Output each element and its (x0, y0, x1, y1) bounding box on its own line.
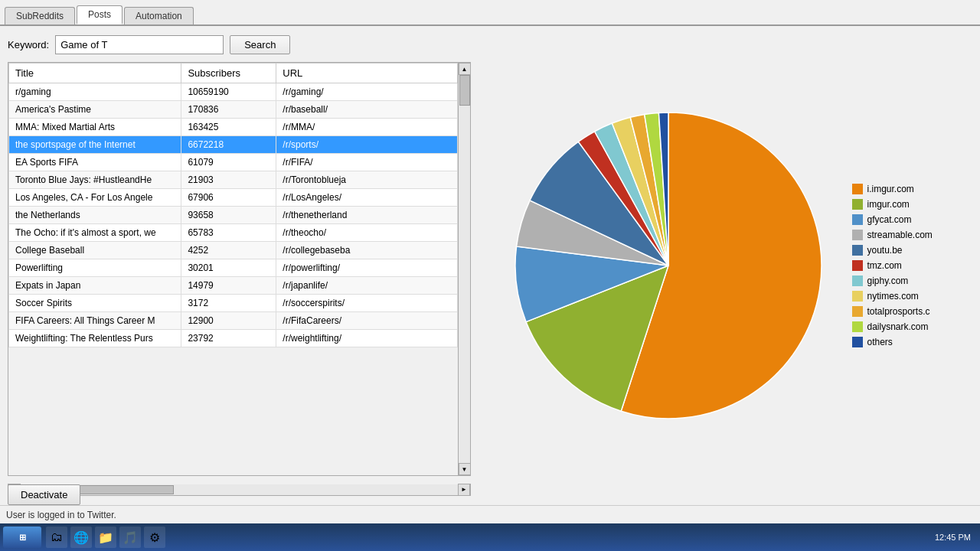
taskbar-icons: 🗂 🌐 📁 🎵 ⚙ (46, 527, 165, 548)
taskbar-right: 12:45 PM (935, 533, 977, 542)
pie-svg (500, 97, 837, 434)
table-row[interactable]: Los Angeles, CA - For Los Angele 67906 /… (9, 189, 458, 207)
table-row[interactable]: the Netherlands 93658 /r/thenetherland (9, 207, 458, 224)
scroll-down-arrow[interactable]: ▼ (459, 463, 471, 475)
deactivate-button[interactable]: Deactivate (8, 484, 80, 505)
cell-subscribers: 163425 (181, 119, 276, 136)
cell-url: /r/collegebaseba (276, 242, 458, 259)
table-row[interactable]: Expats in Japan 14979 /r/japanlife/ (9, 277, 458, 295)
table-row[interactable]: FIFA Careers: All Things Career M 12900 … (9, 312, 458, 330)
cell-url: /r/LosAngeles/ (276, 189, 458, 207)
tab-bar: SubReddits Posts Automation (0, 0, 980, 26)
cell-subscribers: 65783 (181, 224, 276, 242)
cell-subscribers: 170836 (181, 101, 276, 119)
table-row[interactable]: the sportspage of the Internet 6672218 /… (9, 136, 458, 154)
cell-title: r/gaming (9, 83, 181, 101)
hscroll-track[interactable] (21, 484, 458, 495)
table-scroll: Title Subscribers URL r/gaming 10659190 … (8, 63, 458, 475)
table-row[interactable]: College Baseball 4252 /r/collegebaseba (9, 242, 458, 259)
legend-color-swatch (852, 276, 863, 286)
cell-subscribers: 10659190 (181, 83, 276, 101)
keyword-input[interactable] (55, 35, 224, 54)
taskbar-icon-explorer[interactable]: 🗂 (46, 527, 67, 548)
cell-url: /r/powerlifting/ (276, 259, 458, 277)
cell-title: MMA: Mixed Martial Arts (9, 119, 181, 136)
cell-title: College Baseball (9, 242, 181, 259)
cell-title: the sportspage of the Internet (9, 136, 181, 154)
tab-subreddits[interactable]: SubReddits (5, 7, 75, 24)
keyword-row: Keyword: Search (8, 35, 471, 54)
table-row[interactable]: Weightlifting: The Relentless Purs 23792… (9, 330, 458, 347)
cell-subscribers: 21903 (181, 171, 276, 189)
table-row[interactable]: America's Pastime 170836 /r/baseball/ (9, 101, 458, 119)
legend-label: streamable.com (867, 230, 933, 240)
cell-url: /r/baseball/ (276, 101, 458, 119)
table-row[interactable]: Soccer Spirits 3172 /r/soccerspirits/ (9, 295, 458, 312)
cell-url: /r/japanlife/ (276, 277, 458, 295)
cell-subscribers: 61079 (181, 154, 276, 171)
status-text: User is logged in to Twitter. (6, 510, 116, 520)
legend-label: tmz.com (867, 260, 902, 271)
cell-subscribers: 6672218 (181, 136, 276, 154)
status-bar: User is logged in to Twitter. (0, 505, 980, 523)
cell-url: /r/theocho/ (276, 224, 458, 242)
table-row[interactable]: Powerlifting 30201 /r/powerlifting/ (9, 259, 458, 277)
taskbar-icon-music[interactable]: 🎵 (119, 527, 141, 548)
legend-color-swatch (852, 245, 863, 256)
taskbar-icon-folder[interactable]: 📁 (95, 527, 116, 548)
cell-url: /r/sports/ (276, 136, 458, 154)
cell-url: /r/weightlifting/ (276, 330, 458, 347)
legend-item: dailysnark.com (852, 321, 952, 332)
left-panel: Keyword: Search Title Subscribers URL (8, 35, 471, 496)
start-button[interactable]: ⊞ (3, 527, 41, 548)
legend-label: nytimes.com (867, 291, 919, 302)
tab-automation[interactable]: Automation (124, 7, 194, 24)
cell-title: the Netherlands (9, 207, 181, 224)
col-header-url: URL (276, 64, 458, 83)
scroll-up-arrow[interactable]: ▲ (459, 63, 471, 75)
legend-label: i.imgur.com (867, 184, 914, 194)
scroll-track[interactable] (459, 75, 470, 463)
cell-url: /r/thenetherland (276, 207, 458, 224)
legend-label: giphy.com (867, 276, 909, 286)
hscroll-right-arrow[interactable]: ► (458, 484, 470, 496)
legend-color-swatch (852, 291, 863, 302)
table-row[interactable]: Toronto Blue Jays: #HustleandHe 21903 /r… (9, 171, 458, 189)
legend-label: dailysnark.com (867, 321, 929, 332)
cell-title: Powerlifting (9, 259, 181, 277)
legend-color-swatch (852, 306, 863, 317)
main-content: Keyword: Search Title Subscribers URL (0, 26, 980, 505)
cell-title: Toronto Blue Jays: #HustleandHe (9, 171, 181, 189)
legend-color-swatch (852, 321, 863, 332)
cell-url: /r/soccerspirits/ (276, 295, 458, 312)
legend-label: others (867, 337, 893, 347)
search-button[interactable]: Search (230, 35, 290, 54)
cell-title: Expats in Japan (9, 277, 181, 295)
table-row[interactable]: The Ocho: if it's almost a sport, we 657… (9, 224, 458, 242)
legend-item: youtu.be (852, 245, 952, 256)
legend-color-swatch (852, 214, 863, 225)
legend-item: streamable.com (852, 230, 952, 240)
table-row[interactable]: r/gaming 10659190 /r/gaming/ (9, 83, 458, 101)
vertical-scrollbar[interactable]: ▲ ▼ (458, 63, 470, 475)
table-container: Title Subscribers URL r/gaming 10659190 … (8, 62, 471, 476)
tab-posts[interactable]: Posts (77, 5, 122, 24)
table-row[interactable]: EA Sports FIFA 61079 /r/FIFA/ (9, 154, 458, 171)
table-row[interactable]: MMA: Mixed Martial Arts 163425 /r/MMA/ (9, 119, 458, 136)
keyword-label: Keyword: (8, 39, 49, 51)
legend-label: imgur.com (867, 199, 910, 210)
cell-subscribers: 14979 (181, 277, 276, 295)
bottom-bar: Deactivate (8, 484, 80, 505)
taskbar-icon-browser[interactable]: 🌐 (70, 527, 92, 548)
cell-url: /r/Torontoblueja (276, 171, 458, 189)
legend-item: others (852, 337, 952, 347)
cell-title: Soccer Spirits (9, 295, 181, 312)
legend-label: totalprosports.c (867, 306, 930, 317)
cell-subscribers: 30201 (181, 259, 276, 277)
taskbar-icon-settings[interactable]: ⚙ (144, 527, 165, 548)
taskbar-time: 12:45 PM (935, 533, 971, 542)
cell-url: /r/gaming/ (276, 83, 458, 101)
cell-subscribers: 12900 (181, 312, 276, 330)
scroll-thumb[interactable] (459, 75, 470, 106)
legend-color-swatch (852, 230, 863, 240)
